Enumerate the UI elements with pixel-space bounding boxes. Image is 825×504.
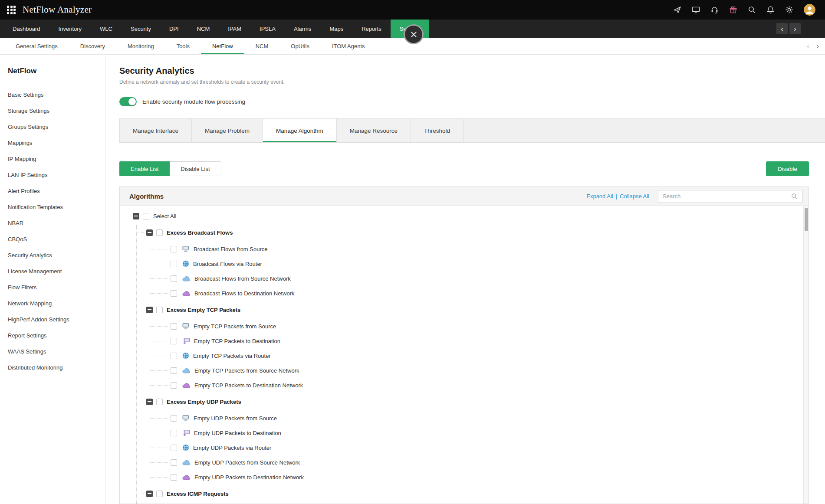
main-nav-item-ipsla[interactable]: IPSLA bbox=[250, 20, 285, 38]
gift-icon[interactable] bbox=[729, 6, 737, 14]
sidebar-item-highperf-addon-settings[interactable]: HighPerf Addon Settings bbox=[8, 311, 105, 327]
search-box-icon[interactable] bbox=[791, 193, 798, 200]
paper-plane-icon[interactable] bbox=[673, 6, 681, 14]
main-nav-item-reports[interactable]: Reports bbox=[352, 20, 391, 38]
sidebar-item-ip-mapping[interactable]: IP Mapping bbox=[8, 151, 105, 167]
algorithm-checkbox[interactable] bbox=[171, 474, 177, 481]
collapse-all-link[interactable]: Collapse All bbox=[620, 193, 649, 200]
sidebar-item-cbqos[interactable]: CBQoS bbox=[8, 231, 105, 247]
algorithm-group-row-excess-icmp-requests[interactable]: Excess ICMP Requests bbox=[137, 486, 798, 501]
main-nav-item-wlc[interactable]: WLC bbox=[91, 20, 122, 38]
sidebar-item-waas-settings[interactable]: WAAS Settings bbox=[8, 344, 105, 360]
nav-scroll-left-icon[interactable]: ‹ bbox=[776, 23, 788, 34]
main-nav-item-ncm[interactable]: NCM bbox=[188, 20, 219, 38]
sidebar-item-storage-settings[interactable]: Storage Settings bbox=[8, 103, 105, 119]
sidebar-item-security-analytics[interactable]: Security Analytics bbox=[8, 247, 105, 263]
sub-nav-item-monitoring[interactable]: Monitoring bbox=[116, 38, 165, 54]
sub-nav-item-netflow[interactable]: NetFlow bbox=[201, 38, 244, 54]
algorithm-checkbox[interactable] bbox=[171, 415, 177, 422]
tab-manage-interface[interactable]: Manage Interface bbox=[119, 119, 192, 142]
algorithm-checkbox[interactable] bbox=[171, 430, 177, 436]
sidebar-item-alert-profiles[interactable]: Alert Profiles bbox=[8, 183, 105, 199]
tab-manage-resource[interactable]: Manage Resource bbox=[337, 119, 411, 142]
sidebar-item-nbar[interactable]: NBAR bbox=[8, 215, 105, 231]
notifications-bell-icon[interactable] bbox=[766, 6, 775, 14]
algorithm-row[interactable]: Empty UDP Packets to Destination Network bbox=[150, 470, 798, 484]
group-tristate-checkbox[interactable] bbox=[146, 399, 153, 405]
sidebar-item-report-settings[interactable]: Report Settings bbox=[8, 327, 105, 344]
main-nav-item-alarms[interactable]: Alarms bbox=[285, 20, 320, 38]
sub-nav-item-discovery[interactable]: Discovery bbox=[69, 38, 116, 54]
main-nav-item-security[interactable]: Security bbox=[122, 20, 160, 38]
algorithm-row[interactable]: Broadcast Flows to Destination Network bbox=[150, 286, 798, 301]
sub-nav-item-itom-agents[interactable]: ITOM Agents bbox=[321, 38, 376, 54]
algorithm-group-row-excess-empty-udp-packets[interactable]: Excess Empty UDP Packets bbox=[137, 394, 798, 409]
sidebar-item-flow-filters[interactable]: Flow Filters bbox=[8, 279, 105, 295]
screen-share-icon[interactable] bbox=[692, 6, 700, 14]
subnav-scroll-right-icon[interactable]: › bbox=[816, 42, 819, 51]
tab-manage-algorithm[interactable]: Manage Algorithm bbox=[263, 119, 337, 142]
sidebar-item-network-mapping[interactable]: Network Mapping bbox=[8, 295, 105, 311]
disable-button[interactable]: Disable bbox=[766, 161, 809, 176]
nav-scroll-right-icon[interactable]: › bbox=[789, 23, 801, 34]
group-checkbox[interactable] bbox=[156, 491, 163, 497]
algorithm-checkbox[interactable] bbox=[171, 445, 177, 451]
group-checkbox[interactable] bbox=[156, 307, 163, 313]
group-tristate-checkbox[interactable] bbox=[146, 307, 153, 313]
group-tristate-checkbox[interactable] bbox=[146, 491, 153, 497]
algorithm-row[interactable]: Empty TCP Packets to Destination bbox=[150, 334, 798, 348]
user-avatar[interactable] bbox=[804, 4, 815, 16]
algorithm-search-input[interactable] bbox=[663, 193, 791, 200]
sidebar-item-distributed-monitoring[interactable]: Distributed Monitoring bbox=[8, 360, 105, 376]
group-tristate-checkbox[interactable] bbox=[146, 229, 153, 236]
algorithm-checkbox[interactable] bbox=[171, 367, 177, 374]
algorithm-row[interactable]: Empty UDP Packets from Source bbox=[150, 411, 798, 425]
sub-nav-item-ncm[interactable]: NCM bbox=[244, 38, 280, 54]
algorithm-row[interactable]: Empty UDP Packets via Router bbox=[150, 440, 798, 455]
main-nav-item-dpi[interactable]: DPI bbox=[160, 20, 188, 38]
support-headset-icon[interactable] bbox=[710, 6, 719, 14]
algorithm-checkbox[interactable] bbox=[171, 382, 177, 389]
security-module-toggle[interactable] bbox=[119, 97, 137, 106]
algorithm-checkbox[interactable] bbox=[171, 290, 177, 297]
sub-nav-item-tools[interactable]: Tools bbox=[165, 38, 201, 54]
tree-scrollbar[interactable] bbox=[803, 206, 809, 504]
algorithm-row[interactable]: Broadcast Flows from Source Network bbox=[150, 271, 798, 286]
disable-list-button[interactable]: Disable List bbox=[170, 161, 221, 176]
algorithm-group-row-excess-empty-tcp-packets[interactable]: Excess Empty TCP Packets bbox=[137, 302, 798, 317]
sidebar-item-license-management[interactable]: License Management bbox=[8, 263, 105, 279]
group-checkbox[interactable] bbox=[156, 399, 163, 405]
sidebar-item-mappings[interactable]: Mappings bbox=[8, 135, 105, 151]
main-nav-item-dashboard[interactable]: Dashboard bbox=[3, 20, 49, 38]
algorithm-checkbox[interactable] bbox=[171, 275, 177, 282]
tab-manage-problem[interactable]: Manage Problem bbox=[192, 119, 263, 142]
select-all-row[interactable]: Select All bbox=[133, 209, 798, 223]
sub-nav-item-general-settings[interactable]: General Settings bbox=[4, 38, 69, 54]
algorithm-row[interactable]: Empty UDP Packets to Destination bbox=[150, 425, 798, 440]
tab-threshold[interactable]: Threshold bbox=[411, 119, 463, 142]
algorithm-checkbox[interactable] bbox=[171, 353, 177, 359]
algorithm-row[interactable]: Empty TCP Packets via Router bbox=[150, 348, 798, 363]
algorithm-row[interactable]: Empty TCP Packets to Destination Network bbox=[150, 378, 798, 393]
algorithm-checkbox[interactable] bbox=[171, 338, 177, 344]
select-all-tristate-checkbox[interactable] bbox=[133, 213, 139, 219]
algorithm-checkbox[interactable] bbox=[171, 323, 177, 330]
algorithm-row[interactable]: Empty TCP Packets from Source Network bbox=[150, 363, 798, 378]
apps-menu-icon[interactable] bbox=[7, 6, 16, 14]
sub-nav-item-oputils[interactable]: OpUtils bbox=[279, 38, 321, 54]
main-nav-item-inventory[interactable]: Inventory bbox=[49, 20, 91, 38]
settings-gear-icon[interactable] bbox=[785, 6, 793, 14]
algorithm-group-row-excess-broadcast-flows[interactable]: Excess Broadcast Flows bbox=[137, 225, 798, 240]
algorithm-row[interactable]: Broadcast Flows via Router bbox=[150, 256, 798, 271]
close-overlay-button[interactable] bbox=[404, 24, 424, 44]
enable-list-button[interactable]: Enable List bbox=[119, 161, 170, 176]
sidebar-item-lan-ip-settings[interactable]: LAN IP Settings bbox=[8, 167, 105, 183]
sidebar-item-groups-settings[interactable]: Groups Settings bbox=[8, 119, 105, 135]
algorithm-checkbox[interactable] bbox=[171, 459, 177, 466]
sidebar-item-basic-settings[interactable]: Basic Settings bbox=[8, 87, 105, 103]
algorithm-checkbox[interactable] bbox=[171, 261, 177, 267]
algorithm-checkbox[interactable] bbox=[171, 246, 177, 252]
subnav-scroll-left-icon[interactable]: ‹ bbox=[807, 42, 809, 51]
expand-all-link[interactable]: Expand All bbox=[586, 193, 613, 200]
main-nav-item-maps[interactable]: Maps bbox=[320, 20, 352, 38]
